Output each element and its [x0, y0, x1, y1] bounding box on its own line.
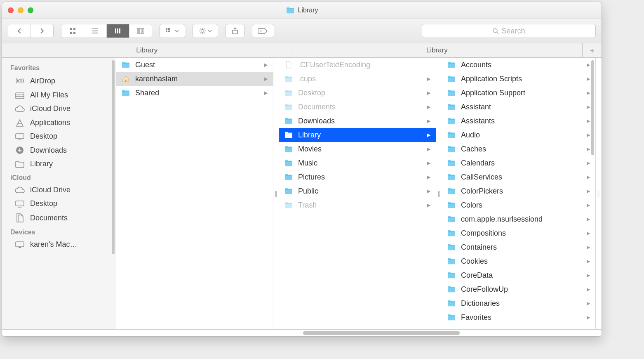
arrange-button[interactable] [160, 24, 185, 38]
list-item[interactable]: Cookies► [442, 254, 595, 268]
list-item[interactable]: Caches► [442, 142, 595, 156]
list-item[interactable]: CoreData► [442, 268, 595, 282]
sidebar[interactable]: FavoritesAirDropAll My FilesiCloud Drive… [2, 58, 116, 329]
sidebar-item[interactable]: iCloud Drive [2, 102, 116, 116]
view-columns-button[interactable] [107, 24, 129, 38]
list-item[interactable]: CallServices► [442, 170, 595, 184]
sidebar-item[interactable]: Library [2, 157, 116, 171]
list-item[interactable]: Downloads► [279, 114, 436, 128]
list-item[interactable]: Music► [279, 156, 436, 170]
sidebar-item[interactable]: Applications [2, 116, 116, 130]
share-button[interactable] [226, 24, 244, 38]
search-field[interactable]: Search [422, 24, 596, 38]
column-resize-handle[interactable]: ∥ [596, 58, 602, 329]
search-placeholder: Search [501, 27, 525, 35]
list-item[interactable]: Pictures► [279, 170, 436, 184]
list-item[interactable]: Application Support► [442, 86, 595, 100]
chevron-right-icon: ► [426, 160, 432, 166]
sidebar-item[interactable]: Documents [2, 210, 116, 225]
sidebar-item[interactable]: All My Files [2, 88, 116, 102]
list-item[interactable]: .cups► [279, 72, 436, 86]
action-button[interactable] [193, 24, 218, 38]
svg-rect-72 [448, 288, 455, 288]
list-item[interactable]: Compositions► [442, 226, 595, 240]
svg-rect-57 [448, 77, 455, 78]
svg-rect-36 [16, 134, 24, 139]
sidebar-item[interactable]: karen's Mac… [2, 238, 116, 251]
list-item[interactable]: Colors► [442, 198, 595, 212]
body: FavoritesAirDropAll My FilesiCloud Drive… [2, 58, 602, 329]
list-item[interactable]: Dictionaries► [442, 296, 595, 310]
svg-point-31 [19, 80, 21, 82]
documents-icon [14, 213, 25, 223]
traffic-lights [2, 7, 33, 13]
svg-rect-32 [16, 93, 24, 99]
svg-rect-8 [115, 28, 116, 33]
list-item[interactable]: Accounts► [442, 58, 595, 72]
path-tab-1[interactable]: Library [2, 43, 292, 57]
list-item[interactable]: Trash► [279, 198, 436, 212]
list-item-label: Accounts [461, 61, 581, 69]
list-item[interactable]: .CFUserTextEncoding [279, 58, 436, 72]
list-item[interactable]: Audio► [442, 128, 595, 142]
list-item[interactable]: com.apple.nsurlsessiond► [442, 212, 595, 226]
svg-rect-16 [166, 31, 167, 32]
list-item[interactable]: Assistant► [442, 100, 595, 114]
list-item-label: karenhaslam [135, 75, 258, 83]
column-resize-handle[interactable]: ∥ [273, 58, 279, 329]
list-item[interactable]: Application Scripts► [442, 72, 595, 86]
forward-button[interactable] [31, 24, 53, 38]
list-item[interactable]: Calendars► [442, 156, 595, 170]
sidebar-item[interactable]: Desktop [2, 130, 116, 143]
path-tab-2[interactable]: Library [292, 43, 583, 57]
view-gallery-button[interactable] [129, 24, 152, 38]
list-item[interactable]: Documents► [279, 100, 436, 114]
chevron-down-icon [208, 29, 212, 33]
back-button[interactable] [8, 24, 31, 38]
sidebar-scrollbar[interactable] [112, 60, 115, 254]
list-item[interactable]: Guest► [116, 58, 273, 72]
svg-rect-59 [448, 105, 455, 106]
list-item[interactable]: karenhaslam► [116, 72, 273, 86]
sidebar-item[interactable]: Desktop [2, 197, 116, 210]
svg-rect-6 [92, 31, 98, 31]
list-item[interactable]: CoreFollowUp► [442, 282, 595, 296]
svg-line-26 [200, 33, 201, 33]
column-2[interactable]: .CFUserTextEncoding.cups►Desktop►Documen… [279, 58, 436, 329]
list-item[interactable]: ColorPickers► [442, 184, 595, 198]
svg-rect-4 [73, 32, 75, 34]
svg-rect-3 [70, 32, 72, 34]
sidebar-item-label: AirDrop [30, 77, 55, 85]
minimize-window-button[interactable] [18, 7, 24, 13]
tags-button[interactable] [252, 24, 274, 38]
fullscreen-window-button[interactable] [28, 7, 33, 13]
list-item-label: Assistant [461, 103, 581, 111]
list-item[interactable]: Movies► [279, 142, 436, 156]
list-item[interactable]: Desktop► [279, 86, 436, 100]
view-icons-button[interactable] [61, 24, 84, 38]
svg-line-23 [200, 28, 201, 29]
list-item[interactable]: Public► [279, 184, 436, 198]
list-item[interactable]: Library► [279, 128, 436, 142]
view-list-button[interactable] [84, 24, 107, 38]
chevron-right-icon: ► [263, 90, 269, 96]
svg-rect-15 [168, 28, 170, 30]
horizontal-scrollbar[interactable] [2, 329, 602, 336]
column-3[interactable]: Accounts►Application Scripts►Application… [442, 58, 596, 329]
list-item[interactable]: Favorites► [442, 310, 595, 324]
column-1[interactable]: Guest►karenhaslam►Shared► [116, 58, 273, 329]
sidebar-item-label: iCloud Drive [30, 104, 71, 113]
scrollbar-thumb[interactable] [303, 331, 460, 335]
sidebar-item[interactable]: AirDrop [2, 73, 116, 88]
svg-rect-17 [168, 31, 170, 32]
list-item[interactable]: Containers► [442, 240, 595, 254]
desktop-icon [14, 200, 25, 208]
applications-icon [14, 118, 25, 127]
list-item[interactable]: Shared► [116, 86, 273, 100]
sidebar-item[interactable]: iCloud Drive [2, 183, 116, 197]
new-tab-button[interactable]: ＋ [582, 43, 602, 57]
column-resize-handle[interactable]: ∥ [436, 58, 442, 329]
list-item[interactable]: Assistants► [442, 114, 595, 128]
sidebar-item[interactable]: Downloads [2, 143, 116, 157]
close-window-button[interactable] [8, 7, 14, 13]
